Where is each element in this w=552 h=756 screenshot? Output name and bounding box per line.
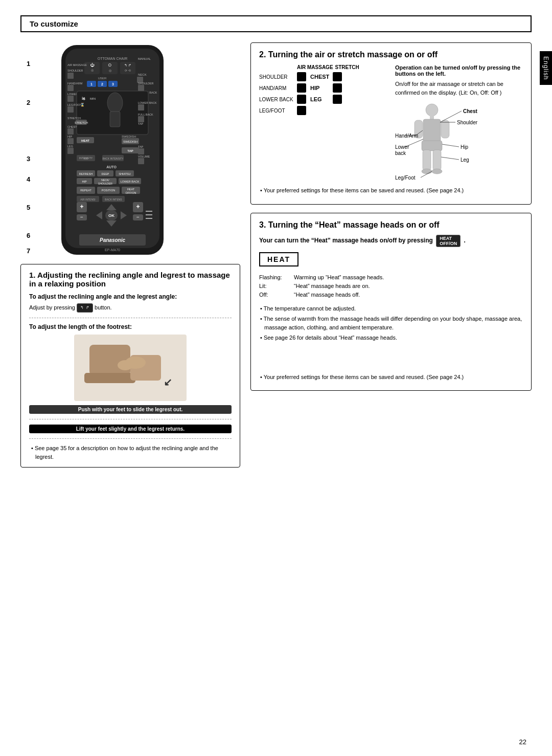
- svg-line-145: [441, 157, 459, 160]
- footrest-svg: ↙: [74, 335, 187, 401]
- svg-text:SWEDISH: SWEDISH: [122, 135, 136, 138]
- heat-off-on-badge: HEATOFF/ON: [436, 235, 461, 247]
- svg-text:SHOULDER: SHOULDER: [98, 182, 112, 185]
- svg-rect-118: [84, 373, 135, 383]
- am-label-shoulder: SHOULDER: [259, 74, 294, 80]
- svg-rect-127: [441, 120, 449, 138]
- section2-box: 2. Turning the air or stretch massage on…: [250, 42, 532, 205]
- svg-text:AIR MASSAGE: AIR MASSAGE: [67, 63, 87, 66]
- push-label-container: Push with your feet to slide the legrest…: [29, 405, 232, 414]
- svg-text:BACK INTENS: BACK INTENS: [105, 198, 122, 201]
- svg-text:HAND/ARM: HAND/ARM: [67, 82, 83, 85]
- svg-text:Hip: Hip: [461, 144, 468, 150]
- heat-table: Flashing: Warming up “Heat” massage head…: [259, 274, 523, 299]
- svg-text:HIP: HIP: [67, 135, 73, 138]
- svg-text:ᵢ₆: ᵢ₆: [82, 95, 85, 101]
- svg-line-143: [442, 144, 459, 147]
- heat-badge: HEAT: [259, 252, 298, 266]
- section3-title: 3. Turning the “Heat” massage heads on o…: [259, 220, 523, 230]
- svg-text:LOWER BACK: LOWER BACK: [121, 180, 140, 183]
- svg-text:NECK/: NECK/: [101, 179, 109, 182]
- lift-label: Lift your feet slightly and the legrest …: [29, 425, 232, 433]
- note3: • See page 26 for details about “Heat” m…: [259, 333, 523, 342]
- svg-text:CHEST: CHEST: [67, 125, 77, 128]
- num-7: 7: [27, 247, 30, 255]
- svg-text:REFRESH: REFRESH: [79, 172, 93, 175]
- num-1: 1: [27, 60, 30, 68]
- svg-text:⏻: ⏻: [90, 63, 95, 68]
- am-label-handarm: HAND/ARM: [259, 85, 294, 91]
- am-header-row: AIR MASSAGE STRETCH: [259, 64, 387, 70]
- svg-text:BACK INTENSITY: BACK INTENSITY: [102, 157, 124, 160]
- svg-text:SHOULDER: SHOULDER: [67, 69, 83, 72]
- svg-text:EP-MA70: EP-MA70: [105, 248, 120, 252]
- svg-text:FULL BACK: FULL BACK: [138, 113, 153, 116]
- svg-text:Leg: Leg: [461, 157, 469, 163]
- svg-rect-70: [138, 158, 144, 164]
- side-tab: English: [540, 51, 552, 85]
- svg-text:↰ ↱: ↰ ↱: [124, 63, 131, 67]
- section2-title: 2. Turning the air or stretch massage on…: [259, 50, 523, 59]
- svg-text:LOWER BACK: LOWER BACK: [138, 101, 157, 104]
- svg-text:+: +: [136, 203, 140, 210]
- am-sq-chest: [333, 72, 342, 81]
- svg-rect-30: [67, 96, 74, 102]
- svg-rect-49: [138, 116, 144, 122]
- num-4: 4: [27, 175, 30, 183]
- svg-text:↙: ↙: [164, 376, 172, 388]
- svg-text:SHIATSU: SHIATSU: [119, 172, 130, 175]
- am-sq-leg: [333, 95, 342, 104]
- svg-text:TAP: TAP: [127, 149, 133, 152]
- page: English To customize 1 2 3 4 5 6 7: [0, 0, 552, 756]
- body-diagram-svg: Chest Shoulder Hand/Arm Lower: [395, 101, 518, 183]
- body-diagram-container: Chest Shoulder Hand/Arm Lower: [395, 101, 523, 184]
- on-off-text: On/off for the air massage or stretch ca…: [395, 80, 523, 97]
- svg-text:3: 3: [112, 82, 114, 86]
- svg-text:HEAT: HEAT: [127, 188, 135, 191]
- svg-text:Panasonic: Panasonic: [100, 237, 125, 243]
- ottoman-chair-buttons: ↰↱: [77, 303, 93, 313]
- header-bar: To customize: [20, 15, 532, 32]
- am-chest-label: CHEST: [310, 74, 330, 80]
- am-sq-lowerback: [297, 95, 306, 104]
- svg-rect-117: [89, 345, 130, 375]
- am-hip-label: HIP: [310, 85, 330, 91]
- svg-text:⊙: ⊙: [108, 62, 112, 68]
- adjust-by-pressing-text: Adjust by pressing ↰↱ button.: [29, 303, 232, 313]
- svg-text:Leg/Foot: Leg/Foot: [395, 175, 416, 181]
- svg-text:2: 2: [101, 82, 103, 86]
- svg-text:HEAT: HEAT: [81, 139, 89, 142]
- svg-text:STRETCH: STRETCH: [67, 117, 81, 120]
- svg-text:OTTOMAN CHAIR: OTTOMAN CHAIR: [98, 57, 128, 60]
- svg-text:AIR INTENSI: AIR INTENSI: [80, 198, 95, 201]
- am-label-lowerback: LOWER BACK: [259, 97, 294, 102]
- svg-text:STRETCH: STRETCH: [75, 121, 88, 124]
- svg-text:AUTO: AUTO: [106, 165, 117, 169]
- svg-rect-56: [67, 138, 74, 144]
- am-leg-label: LEG: [310, 96, 330, 102]
- svg-text:HIP: HIP: [82, 180, 87, 183]
- svg-text:−: −: [80, 214, 83, 220]
- section1-box: 1. Adjusting the reclining angle and leg…: [20, 264, 240, 468]
- left-column: 1 2 3 4 5 6 7 OTTOMAN CHAIR ⏻: [20, 42, 240, 476]
- heat-row-3: Off: “Heat” massage heads off.: [259, 291, 523, 299]
- svg-point-122: [118, 360, 133, 370]
- svg-text:VOLUME: VOLUME: [138, 155, 150, 158]
- note1: • The temperature cannot be adjusted.: [259, 304, 523, 313]
- svg-rect-58: [67, 148, 74, 154]
- svg-text:TAP: TAP: [138, 145, 144, 148]
- svg-rect-130: [433, 150, 441, 170]
- num-3: 3: [27, 155, 30, 163]
- am-row-4: LEG/FOOT: [259, 106, 387, 115]
- am-row-2: HAND/ARM HIP: [259, 83, 387, 93]
- section2-text: AIR MASSAGE STRETCH SHOULDER CHEST: [259, 64, 387, 184]
- num-6: 6: [27, 232, 30, 239]
- svg-rect-124: [430, 115, 434, 119]
- svg-text:−: −: [136, 214, 140, 220]
- remote-svg: OTTOMAN CHAIR ⏻ ☉ ⊙ ◎ ↰ ↱ ⟳ ⟲ MANUAL NEC…: [36, 42, 240, 262]
- am-sq-legfoot: [297, 106, 306, 115]
- svg-text:SHOULDER: SHOULDER: [138, 82, 154, 85]
- divider1: [29, 318, 232, 318]
- am-row-1: SHOULDER CHEST: [259, 72, 387, 81]
- section2-note: • Your preferred settings for these item…: [259, 186, 523, 195]
